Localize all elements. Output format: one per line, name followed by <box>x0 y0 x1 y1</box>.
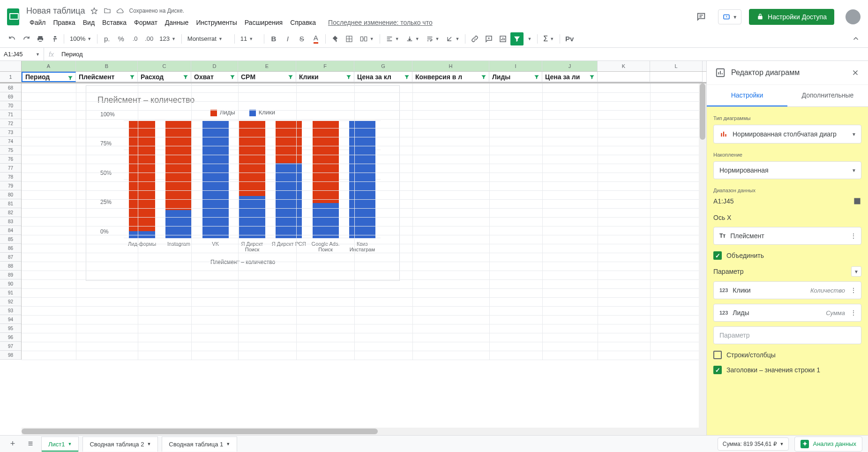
user-avatar[interactable] <box>846 9 861 24</box>
comment-history-icon[interactable] <box>692 8 711 26</box>
header-cell-F[interactable]: Клики <box>296 72 354 82</box>
collapse-toolbar-icon[interactable] <box>849 32 862 45</box>
series-chip-leads[interactable]: 123 Лиды Сумма ⋮ <box>713 304 861 322</box>
row-header-93[interactable]: 93 <box>0 306 21 315</box>
row-header-90[interactable]: 90 <box>0 279 21 288</box>
x-axis-chip[interactable]: Tт Плейсмент ⋮ <box>713 227 861 245</box>
row-header-71[interactable]: 71 <box>0 110 21 119</box>
row-header-98[interactable]: 98 <box>0 351 21 360</box>
row-header-1[interactable]: 1 <box>0 72 22 82</box>
more-icon[interactable]: ⋮ <box>850 232 856 240</box>
col-header-B[interactable]: B <box>76 61 138 71</box>
col-header-K[interactable]: K <box>598 61 650 71</box>
row-header-73[interactable]: 73 <box>0 128 21 137</box>
row-header-89[interactable]: 89 <box>0 271 21 279</box>
currency-button[interactable]: р. <box>100 32 113 45</box>
sheet-tab-active[interactable]: Лист1▼ <box>41 437 79 452</box>
filter-icon[interactable] <box>480 73 487 81</box>
row-header-87[interactable]: 87 <box>0 253 21 262</box>
header-cell-H[interactable]: Конверсия в л <box>412 72 489 82</box>
text-color-button[interactable]: A <box>309 32 322 45</box>
header-cell-A[interactable]: Период <box>22 72 76 82</box>
select-all-corner[interactable] <box>0 61 22 71</box>
filter-icon[interactable] <box>182 73 189 81</box>
row-header-92[interactable]: 92 <box>0 297 21 306</box>
star-icon[interactable] <box>90 7 98 15</box>
status-sum[interactable]: Сумма: 819 354,61 ₽▼ <box>718 437 789 451</box>
menu-edit[interactable]: Правка <box>50 17 78 28</box>
data-range-value[interactable]: A1:J45 <box>713 197 734 205</box>
horizontal-scrollbar[interactable] <box>22 428 699 435</box>
row-header-72[interactable]: 72 <box>0 119 21 128</box>
row-header-76[interactable]: 76 <box>0 155 21 164</box>
tab-setup[interactable]: Настройки <box>707 85 787 106</box>
menu-format[interactable]: Формат <box>131 17 161 28</box>
merge-cells-button[interactable]: ▼ <box>357 32 377 45</box>
stacking-select[interactable]: Нормированная ▼ <box>713 161 861 179</box>
header-cell-J[interactable]: Цена за ли <box>542 72 598 82</box>
bold-button[interactable]: B <box>267 32 280 45</box>
embedded-chart[interactable]: Плейсмент – количество Лиды Клики 0%25%5… <box>86 85 400 281</box>
filter-icon[interactable] <box>403 73 411 81</box>
row-header-70[interactable]: 70 <box>0 101 21 110</box>
header-cell-B[interactable]: Плейсмент <box>76 72 138 82</box>
menu-extensions[interactable]: Расширения <box>241 17 286 28</box>
col-header-F[interactable]: F <box>296 61 354 71</box>
font-size-dropdown[interactable]: 11▼ <box>238 32 261 45</box>
paint-format-button[interactable] <box>48 32 61 45</box>
series-chip-clicks[interactable]: 123 Клики Количество ⋮ <box>713 281 861 299</box>
col-header-E[interactable]: E <box>238 61 296 71</box>
row-header-94[interactable]: 94 <box>0 315 21 324</box>
col-header-G[interactable]: G <box>354 61 412 71</box>
header-cell-D[interactable]: Охват <box>191 72 238 82</box>
filter-icon[interactable] <box>287 73 294 81</box>
row-header-82[interactable]: 82 <box>0 208 21 217</box>
borders-button[interactable] <box>343 32 356 45</box>
header-cell-C[interactable]: Расход <box>138 72 191 82</box>
col-header-D[interactable]: D <box>191 61 238 71</box>
header-cell-L[interactable] <box>650 72 703 82</box>
sheet-grid[interactable]: ABCDEFGHIJKL 1 ПериодПлейсментРасходОхва… <box>0 61 706 435</box>
percent-button[interactable]: % <box>114 32 127 45</box>
filter-icon[interactable] <box>67 74 74 82</box>
menu-file[interactable]: Файл <box>26 17 49 28</box>
font-dropdown[interactable]: Montserrat▼ <box>185 32 232 45</box>
sheet-tab-pivot2[interactable]: Сводная таблица 2▼ <box>82 437 158 452</box>
filter-icon[interactable] <box>588 73 596 81</box>
row-header-68[interactable]: 68 <box>0 83 21 92</box>
explore-button[interactable]: ✦ Анализ данных <box>794 437 862 452</box>
sheet-tab-pivot1[interactable]: Сводная таблица 1▼ <box>162 437 237 452</box>
increase-decimal-button[interactable]: .00 <box>142 32 156 45</box>
name-box[interactable]: A1:J45▼ <box>0 48 44 60</box>
header-cell-K[interactable] <box>598 72 650 82</box>
filter-icon[interactable] <box>128 73 136 81</box>
row-header-96[interactable]: 96 <box>0 333 21 342</box>
menu-help[interactable]: Справка <box>287 17 319 28</box>
row-header-81[interactable]: 81 <box>0 199 21 208</box>
italic-button[interactable]: I <box>281 32 294 45</box>
row-header-74[interactable]: 74 <box>0 137 21 146</box>
horizontal-align-button[interactable]: ▼ <box>383 32 402 45</box>
header-cell-I[interactable]: Лиды <box>489 72 542 82</box>
row-header-86[interactable]: 86 <box>0 244 21 253</box>
col-header-I[interactable]: I <box>489 61 542 71</box>
vertical-align-button[interactable]: ▼ <box>403 32 422 45</box>
format-123-dropdown[interactable]: 123▼ <box>157 32 179 45</box>
filter-icon[interactable] <box>229 73 236 81</box>
row-header-97[interactable]: 97 <box>0 342 21 351</box>
redo-button[interactable] <box>20 32 33 45</box>
row-header-88[interactable]: 88 <box>0 262 21 271</box>
insert-link-button[interactable] <box>468 32 481 45</box>
row-header-95[interactable]: 95 <box>0 324 21 333</box>
row-header-75[interactable]: 75 <box>0 146 21 155</box>
row-header-85[interactable]: 85 <box>0 235 21 244</box>
doc-title[interactable]: Новая таблица <box>26 6 85 16</box>
undo-button[interactable] <box>6 32 19 45</box>
row-header-79[interactable]: 79 <box>0 181 21 190</box>
row-header-83[interactable]: 83 <box>0 217 21 226</box>
filter-views-dropdown[interactable]: ▼ <box>524 32 534 45</box>
menu-tools[interactable]: Инструменты <box>193 17 240 28</box>
switch-rows-cols-checkbox[interactable] <box>713 351 722 359</box>
chart-type-select[interactable]: Нормированная столбчатая диагр ▼ <box>713 125 861 143</box>
add-series-button[interactable]: ▼ <box>851 266 861 277</box>
